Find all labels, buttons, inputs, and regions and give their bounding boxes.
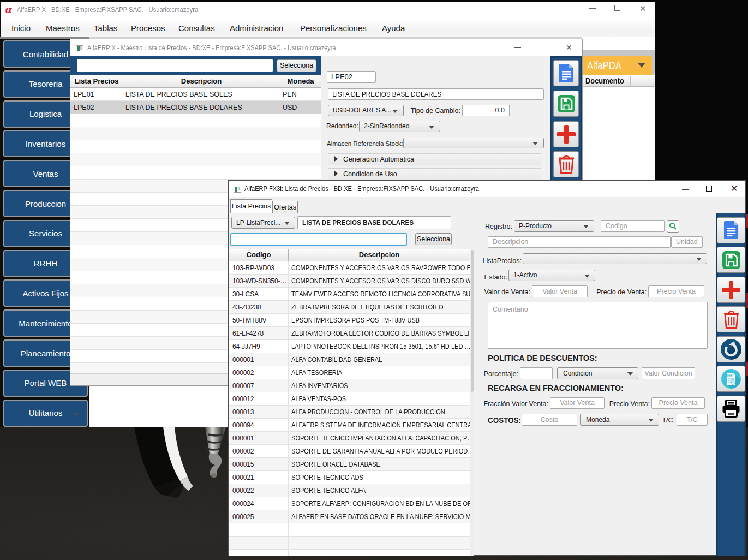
svg-text:CSV: CSV <box>728 374 733 377</box>
